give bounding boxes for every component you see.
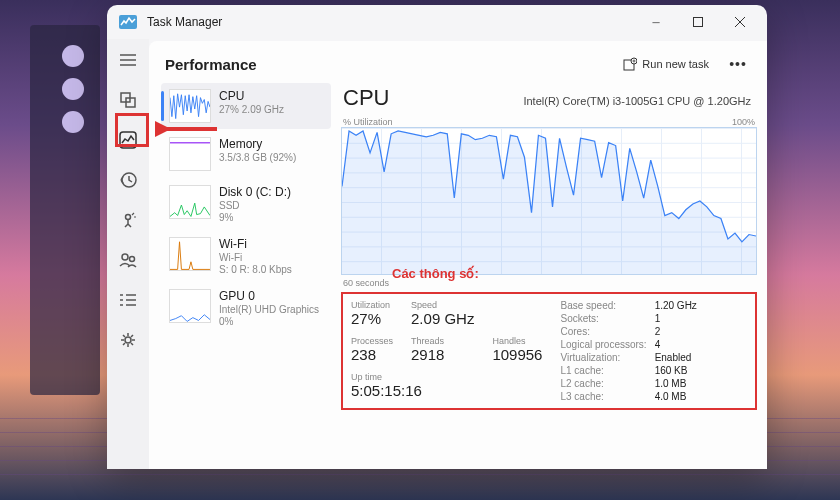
card-sub: SSD 9%: [219, 200, 291, 223]
util-axis-label: % Utilization: [343, 117, 393, 127]
window-title: Task Manager: [147, 15, 635, 29]
resource-card-disk[interactable]: Disk 0 (C: D:) SSD 9%: [161, 179, 331, 229]
details-tab-icon[interactable]: [117, 289, 139, 311]
util-axis-max: 100%: [732, 117, 755, 127]
task-manager-window: Task Manager ─: [107, 5, 767, 469]
run-new-task-button[interactable]: Run new task: [613, 53, 719, 75]
card-name: GPU 0: [219, 289, 319, 303]
page-header: Performance Run new task •••: [149, 41, 767, 83]
card-name: CPU: [219, 89, 284, 103]
arrow-annotation: [155, 117, 225, 141]
stat-l2: 1.0 MB: [655, 378, 697, 389]
disk-thumb: [169, 185, 211, 219]
svg-point-8: [122, 254, 128, 260]
users-tab-icon[interactable]: [117, 249, 139, 271]
hamburger-icon[interactable]: [117, 49, 139, 71]
svg-point-9: [130, 257, 135, 262]
resource-card-wifi[interactable]: Wi-Fi Wi-Fi S: 0 R: 8.0 Kbps: [161, 231, 331, 281]
stats-highlight-box: Utilization27% Speed2.09 GHz Processes23…: [341, 292, 757, 410]
stat-uptime: 5:05:15:16: [351, 382, 542, 399]
stat-logical: 4: [655, 339, 697, 350]
card-sub: Intel(R) UHD Graphics 0%: [219, 304, 319, 327]
stat-l3: 4.0 MB: [655, 391, 697, 402]
stat-utilization: 27%: [351, 310, 393, 327]
card-name: Disk 0 (C: D:): [219, 185, 291, 199]
stats-left: Utilization27% Speed2.09 GHz Processes23…: [351, 300, 542, 402]
run-task-icon: [623, 57, 637, 71]
cpu-model: Intel(R) Core(TM) i3-1005G1 CPU @ 1.20GH…: [523, 95, 751, 107]
app-icon: [119, 15, 137, 29]
card-name: Memory: [219, 137, 296, 151]
stat-handles: 109956: [492, 346, 542, 363]
svg-point-10: [125, 337, 131, 343]
card-name: Wi-Fi: [219, 237, 292, 251]
card-sub: 3.5/3.8 GB (92%): [219, 152, 296, 164]
detail-title: CPU: [343, 85, 389, 111]
stat-base-speed: 1.20 GHz: [655, 300, 697, 311]
resource-card-gpu[interactable]: GPU 0 Intel(R) UHD Graphics 0%: [161, 283, 331, 333]
svg-point-7: [126, 215, 131, 220]
startup-tab-icon[interactable]: [117, 209, 139, 231]
stat-l1: 160 KB: [655, 365, 697, 376]
card-sub: 27% 2.09 GHz: [219, 104, 284, 116]
stat-threads: 2918: [411, 346, 474, 363]
maximize-button[interactable]: [677, 7, 719, 37]
stat-sockets: 1: [655, 313, 697, 324]
minimize-button[interactable]: ─: [635, 7, 677, 37]
stats-annotation-label: Các thông số:: [392, 266, 479, 281]
card-sub: Wi-Fi S: 0 R: 8.0 Kbps: [219, 252, 292, 275]
more-button[interactable]: •••: [725, 56, 751, 72]
stat-processes: 238: [351, 346, 393, 363]
stat-virt: Enabled: [655, 352, 697, 363]
history-tab-icon[interactable]: [117, 169, 139, 191]
page-title: Performance: [165, 56, 613, 73]
run-task-label: Run new task: [642, 58, 709, 70]
memory-thumb: [169, 137, 211, 171]
close-button[interactable]: [719, 7, 761, 37]
gpu-thumb: [169, 289, 211, 323]
wallpaper-light: [62, 111, 84, 133]
stats-right: Base speed:1.20 GHz Sockets:1 Cores:2 Lo…: [560, 300, 696, 402]
services-tab-icon[interactable]: [117, 329, 139, 351]
wifi-thumb: [169, 237, 211, 271]
svg-rect-1: [119, 15, 137, 29]
nav-rail: [107, 39, 149, 469]
stat-speed: 2.09 GHz: [411, 310, 474, 327]
wallpaper-light: [62, 78, 84, 100]
svg-rect-2: [694, 18, 703, 27]
cpu-chart[interactable]: [341, 127, 757, 275]
wallpaper-light: [62, 45, 84, 67]
titlebar: Task Manager ─: [107, 5, 767, 39]
stat-cores: 2: [655, 326, 697, 337]
performance-tab-icon[interactable]: [117, 129, 139, 151]
processes-tab-icon[interactable]: [117, 89, 139, 111]
